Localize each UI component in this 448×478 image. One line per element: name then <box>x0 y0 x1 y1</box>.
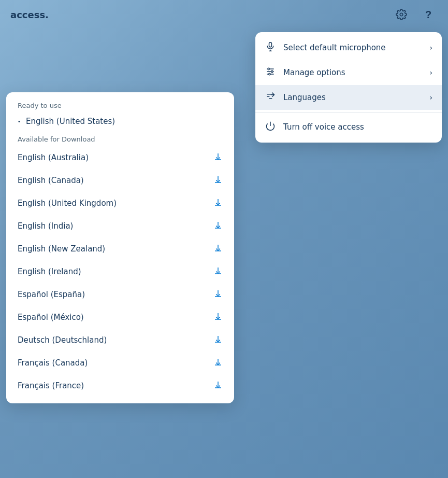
lang-de-de-name: Deutsch (Deutschland) <box>18 335 213 345</box>
menu-options-chevron: › <box>429 68 432 77</box>
download-icon-en-au <box>213 152 223 163</box>
menu-item-languages[interactable]: Languages › <box>255 85 442 110</box>
lang-es-mx-name: Español (México) <box>18 313 213 322</box>
menu-microphone-label: Select default microphone <box>283 43 422 52</box>
lang-item-en-ie[interactable]: English (Ireland) <box>6 260 234 283</box>
ready-to-use-label: Ready to use <box>6 102 234 114</box>
svg-point-8 <box>271 71 273 72</box>
header-actions: ? <box>392 5 438 24</box>
menu-options-label: Manage options <box>283 68 422 77</box>
menu-microphone-chevron: › <box>429 44 432 52</box>
microphone-icon <box>265 41 276 54</box>
svg-point-7 <box>268 68 269 69</box>
menu-divider <box>255 112 442 113</box>
lang-item-en-gb[interactable]: English (United Kingdom) <box>6 192 234 215</box>
menu-languages-label: Languages <box>283 93 422 102</box>
lang-item-es-es[interactable]: Español (España) <box>6 283 234 306</box>
download-icon-en-gb <box>213 198 223 209</box>
download-icon-en-ca <box>213 175 223 186</box>
lang-item-en-ca[interactable]: English (Canada) <box>6 169 234 192</box>
lang-item-es-mx[interactable]: Español (México) <box>6 306 234 329</box>
power-icon <box>265 121 276 133</box>
lang-item-fr-fr[interactable]: Français (France) <box>6 374 234 397</box>
gear-icon <box>396 9 407 20</box>
lang-item-en-nz[interactable]: English (New Zealand) <box>6 237 234 260</box>
lang-es-es-name: Español (España) <box>18 290 213 299</box>
languages-panel: Ready to use • English (United States) A… <box>6 92 234 403</box>
options-icon <box>265 66 276 79</box>
lang-item-en-in[interactable]: English (India) <box>6 215 234 237</box>
download-icon-en-ie <box>213 266 223 277</box>
svg-rect-1 <box>269 43 272 47</box>
download-icon-en-nz <box>213 243 223 255</box>
lang-item-de-de[interactable]: Deutsch (Deutschland) <box>6 329 234 352</box>
lang-fr-ca-name: Français (Canada) <box>18 358 213 368</box>
svg-point-9 <box>269 73 270 75</box>
languages-icon <box>265 91 276 104</box>
lang-en-au-name: English (Australia) <box>18 153 213 162</box>
download-icon-fr-fr <box>213 380 223 391</box>
menu-languages-chevron: › <box>429 93 432 102</box>
main-menu: Select default microphone › Manage optio… <box>255 32 442 143</box>
installed-language-item: • English (United States) <box>6 114 234 131</box>
download-icon-de-de <box>213 334 223 346</box>
menu-item-microphone[interactable]: Select default microphone › <box>255 35 442 60</box>
svg-point-0 <box>400 13 403 16</box>
download-icon-en-in <box>213 220 223 232</box>
settings-button[interactable] <box>392 5 411 24</box>
available-for-download-label: Available for Download <box>6 131 234 146</box>
lang-en-nz-name: English (New Zealand) <box>18 244 213 254</box>
menu-item-turnoff[interactable]: Turn off voice access <box>255 115 442 139</box>
help-button[interactable]: ? <box>419 5 438 24</box>
lang-fr-fr-name: Français (France) <box>18 381 213 390</box>
lang-item-fr-ca[interactable]: Français (Canada) <box>6 352 234 374</box>
header: access. ? <box>0 0 448 29</box>
lang-en-gb-name: English (United Kingdom) <box>18 199 213 208</box>
app-title: access. <box>10 9 49 20</box>
available-languages-list: English (Australia) English (Canada) Eng… <box>6 146 234 397</box>
lang-item-en-au[interactable]: English (Australia) <box>6 146 234 169</box>
installed-language-name: English (United States) <box>26 117 115 126</box>
download-icon-fr-ca <box>213 357 223 369</box>
lang-en-ca-name: English (Canada) <box>18 176 213 185</box>
lang-en-in-name: English (India) <box>18 221 213 231</box>
menu-turnoff-label: Turn off voice access <box>283 122 432 132</box>
download-icon-es-es <box>213 289 223 300</box>
download-icon-es-mx <box>213 312 223 323</box>
menu-item-options[interactable]: Manage options › <box>255 60 442 85</box>
installed-bullet: • <box>18 119 21 124</box>
lang-en-ie-name: English (Ireland) <box>18 267 213 276</box>
